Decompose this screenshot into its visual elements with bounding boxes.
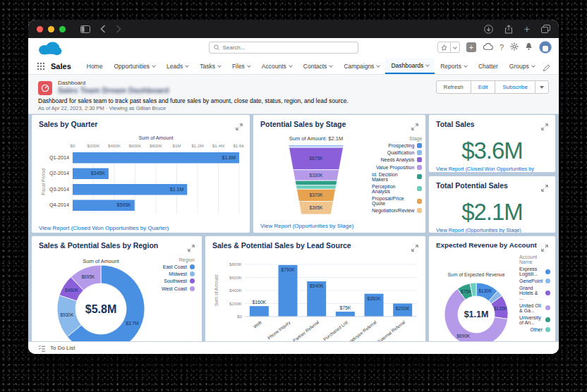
expand-icon[interactable] <box>236 121 243 133</box>
legend-label: Prospecting <box>388 143 414 148</box>
legend-item[interactable]: Id. Decision Makers <box>372 172 422 182</box>
panel-total-potential-sales: Total Potential Sales $2.1M View Report … <box>428 176 556 233</box>
legend-item[interactable]: Needs Analysis <box>380 157 422 162</box>
legend-item[interactable]: Midwest <box>169 271 195 276</box>
tab-opportunities[interactable]: Opportunities <box>108 58 161 74</box>
expand-icon[interactable] <box>411 121 418 133</box>
legend-color-chip <box>545 317 550 322</box>
legend-item[interactable]: Perception Analysis <box>372 184 422 194</box>
legend-item[interactable]: West Coast <box>162 286 195 291</box>
legend-item[interactable]: East Coast <box>163 264 195 269</box>
help-icon[interactable]: ? <box>500 43 504 51</box>
expand-icon[interactable] <box>188 242 195 255</box>
back-icon[interactable] <box>100 25 106 33</box>
tab-home[interactable]: Home <box>81 58 109 74</box>
legend-color-chip <box>417 165 422 170</box>
favorites-star-icon[interactable] <box>438 42 450 52</box>
legend-item[interactable]: GenePoint <box>519 278 550 283</box>
favorites-caret-icon[interactable] <box>450 42 459 52</box>
stage-funnel-chart[interactable]: $675K$330K$370K$395K <box>263 143 369 219</box>
tab-accounts[interactable]: Accounts <box>256 58 298 74</box>
tab-campaigns[interactable]: Campaigns <box>338 58 385 74</box>
app-name: Sales <box>51 58 71 74</box>
view-report-link[interactable]: View Report (Closed Won Opportunities by… <box>436 166 548 173</box>
subscribe-button[interactable]: Subscribe <box>495 80 535 94</box>
legend-label: Value Proposition <box>376 165 414 170</box>
legend-item[interactable]: Southwest <box>164 278 195 283</box>
app-launcher-waffle-icon[interactable] <box>37 58 45 74</box>
view-report-link[interactable]: View Report (Closed Won Opportunities by… <box>39 225 243 231</box>
close-window-button[interactable] <box>37 26 43 32</box>
legend-item[interactable]: Value Proposition <box>376 165 422 170</box>
expand-icon[interactable] <box>541 242 548 255</box>
view-report-link[interactable]: View Report (Opportunities by Stage) <box>436 227 548 233</box>
legend-item[interactable]: Express Logisti... <box>519 267 550 276</box>
share-icon[interactable] <box>504 25 513 34</box>
legend-item[interactable]: Proposal/Price Quote <box>372 196 422 206</box>
edit-button[interactable]: Edit <box>471 80 496 94</box>
org-cloud-icon[interactable] <box>483 41 493 54</box>
svg-text:Fiscal Period: Fiscal Period <box>41 169 46 195</box>
account-donut-chart[interactable]: Sum of Expected Revenue$130K$135K$690K$7… <box>436 255 519 341</box>
svg-text:Web: Web <box>253 319 263 329</box>
global-search[interactable] <box>209 42 358 54</box>
edit-nav-pencil-icon[interactable] <box>543 62 550 75</box>
legend-item[interactable]: United Oil & Ga... <box>519 303 550 313</box>
tab-overview-icon[interactable] <box>541 25 550 33</box>
panel-sales-by-region: Sales & Potential Sales by Region Sum of… <box>31 235 202 341</box>
svg-text:$600K: $600K <box>229 275 243 280</box>
region-donut-chart[interactable]: Sum of Amount$3.7M$930K$460K$695K$5.8M <box>39 255 145 341</box>
zoom-window-button[interactable] <box>59 26 66 32</box>
todo-list-label[interactable]: To Do List <box>50 345 75 351</box>
search-input[interactable] <box>222 44 353 51</box>
legend-item[interactable]: University of Ari... <box>519 315 550 325</box>
favorites-control[interactable] <box>437 42 460 53</box>
refresh-button[interactable]: Refresh <box>436 80 471 94</box>
panel-title: Sales & Potential Sales by Region <box>39 241 158 250</box>
svg-text:$200K: $200K <box>396 306 410 311</box>
legend-item[interactable]: Grand Hotels & ... <box>519 286 550 300</box>
sales-by-quarter-chart[interactable]: Sum of Amount$0$200K$400K$600K$800K$1M$1… <box>39 133 243 225</box>
view-report-link[interactable]: View Report (Opportunities by Stage) <box>260 223 418 229</box>
legend-item[interactable]: Qualification <box>387 150 423 155</box>
expand-icon[interactable] <box>541 121 548 133</box>
legend-color-chip <box>545 305 550 310</box>
sidebar-toggle-icon[interactable] <box>80 25 90 33</box>
svg-text:Partner Referral: Partner Referral <box>292 319 320 341</box>
tab-chatter[interactable]: Chatter <box>473 58 504 74</box>
minimize-window-button[interactable] <box>48 26 54 32</box>
legend-label: Express Logisti... <box>519 267 543 276</box>
tab-leads[interactable]: Leads <box>161 58 194 74</box>
legend-item[interactable]: Other <box>531 327 551 332</box>
avatar[interactable] <box>539 41 552 54</box>
legend-item[interactable]: Prospecting <box>388 143 422 148</box>
tab-groups[interactable]: Groups <box>504 58 540 74</box>
lead-source-bar-chart[interactable]: $0$200K$400K$600K$800K$160KWeb$790KPhone… <box>212 255 418 341</box>
forward-icon[interactable] <box>116 25 121 33</box>
notifications-bell-icon[interactable] <box>525 41 533 54</box>
new-tab-icon[interactable]: + <box>524 24 530 34</box>
svg-text:$595K: $595K <box>117 202 132 207</box>
panel-sales-by-quarter: Sales by Quarter Sum of Amount$0$200K$40… <box>31 114 250 233</box>
legend-label: East Coast <box>163 264 187 269</box>
todo-list-icon <box>38 342 46 355</box>
setup-gear-icon[interactable] <box>510 41 519 54</box>
tab-files[interactable]: Files <box>226 58 256 74</box>
add-icon[interactable]: + <box>466 42 476 52</box>
more-actions-caret-button[interactable] <box>535 80 549 94</box>
tab-contacts[interactable]: Contacts <box>298 58 339 74</box>
tab-tasks[interactable]: Tasks <box>194 58 226 74</box>
svg-text:External Referral: External Referral <box>377 319 406 341</box>
svg-text:$135K: $135K <box>494 306 508 311</box>
svg-text:$1.2M: $1.2M <box>191 143 203 148</box>
app-nav-bar: Sales HomeOpportunitiesLeadsTasksFilesAc… <box>28 58 559 75</box>
region-legend: RegionEast CoastMidwestSouthwestWest Coa… <box>162 255 195 341</box>
expand-icon[interactable] <box>411 242 418 255</box>
tab-reports[interactable]: Reports <box>435 58 473 74</box>
downloads-icon[interactable] <box>484 25 493 34</box>
svg-text:$75K: $75K <box>339 305 351 310</box>
dashboard-object-icon <box>38 81 52 95</box>
legend-item[interactable]: Negotiation/Review <box>372 208 422 213</box>
expand-icon[interactable] <box>541 182 548 195</box>
tab-dashboards[interactable]: Dashboards <box>385 58 435 74</box>
